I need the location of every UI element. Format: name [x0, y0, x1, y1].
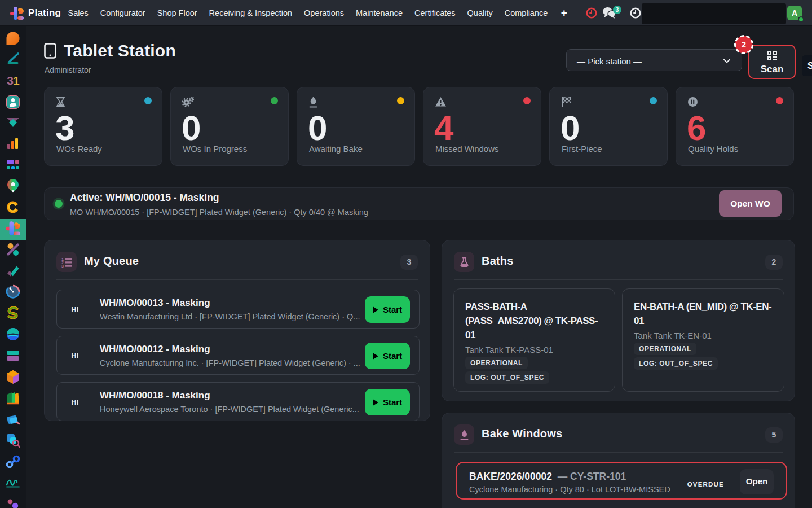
svg-text:3: 3 — [61, 264, 64, 268]
svg-text:2: 2 — [742, 40, 746, 49]
